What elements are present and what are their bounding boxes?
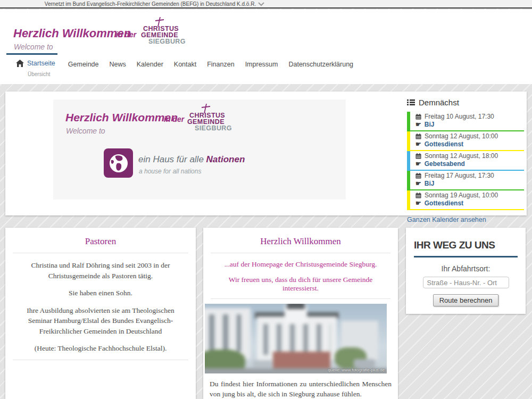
calendar-icon bbox=[415, 173, 421, 179]
cross-icon bbox=[154, 17, 165, 27]
welcome-panel: Herzlich Willkommen ...auf der Homepage … bbox=[203, 228, 398, 399]
banner-subtitle: Welcome to bbox=[66, 127, 105, 135]
event-date: Freitag 17 August, 17:30 bbox=[415, 172, 524, 180]
event-link[interactable]: ☛ Gebetsabend bbox=[415, 160, 524, 168]
nav-item-kalender[interactable]: Kalender bbox=[137, 60, 163, 68]
nav-item-finanzen[interactable]: Finanzen bbox=[207, 60, 234, 68]
calendar-icon bbox=[415, 134, 421, 139]
calendar-icon bbox=[415, 193, 421, 198]
departure-label: Ihr Abfahrtsort: bbox=[406, 264, 526, 273]
calendar-icon bbox=[415, 153, 421, 159]
main-nav: Startseite Übersicht Gemeinde News Kalen… bbox=[0, 53, 532, 84]
calculate-route-button[interactable]: Route berechnen bbox=[433, 294, 499, 306]
photo-art bbox=[205, 304, 387, 373]
event-name-text: Gottesdienst bbox=[425, 200, 463, 207]
event-date-text: Sonntag 19 August, 10:00 bbox=[425, 192, 498, 200]
globe-logo bbox=[104, 148, 133, 178]
cross-icon bbox=[200, 104, 212, 113]
hand-pointer-icon: ☛ bbox=[415, 121, 421, 129]
event-link[interactable]: ☛ Gottesdienst bbox=[415, 200, 524, 207]
globe-icon bbox=[108, 153, 129, 174]
event-date-text: Sonntag 12 August, 18:00 bbox=[425, 152, 498, 160]
hero-panel: Herzlich Willkommen in der CHRISTUS GEME… bbox=[5, 92, 527, 215]
hand-pointer-icon: ☛ bbox=[415, 160, 421, 168]
event-row: Sonntag 19 August, 10:00 ☛ Gottesdienst bbox=[407, 190, 524, 210]
active-nav-indicator bbox=[6, 53, 57, 55]
events-list: Freitag 10 August, 17:30 ☛ BiJ Sonntag 1… bbox=[407, 112, 524, 210]
event-date-text: Freitag 17 August, 17:30 bbox=[425, 172, 494, 180]
hand-pointer-icon: ☛ bbox=[415, 140, 421, 148]
logo-line-siegburg: SIEGBURG bbox=[195, 125, 237, 131]
event-name-text: Gottesdienst bbox=[425, 140, 463, 148]
pastoren-paragraph: Christina und Ralf Döhring sind seit 200… bbox=[14, 260, 187, 281]
event-date-text: Sonntag 12 August, 10:00 bbox=[425, 132, 498, 140]
logo-line-siegburg: SIEGBURG bbox=[148, 38, 190, 45]
nav-subitem-uebersicht[interactable]: Übersicht bbox=[28, 71, 55, 77]
event-row: Freitag 17 August, 17:30 ☛ BiJ bbox=[407, 171, 524, 190]
pastoren-title: Pastoren bbox=[5, 228, 196, 247]
divider bbox=[13, 253, 188, 253]
banner-church-logo: CHRISTUS GEMEINDE SIEGBURG bbox=[186, 104, 237, 131]
site-title: Herzlich Willkommen bbox=[13, 27, 131, 40]
photo-credit: quelle: www.fotografie-plus.de bbox=[328, 368, 385, 372]
event-row: Sonntag 12 August, 10:00 ☛ Gottesdienst bbox=[407, 131, 524, 151]
banner-title-suffix: in der bbox=[164, 115, 184, 123]
event-row: Sonntag 12 August, 18:00 ☛ Gebetsabend bbox=[407, 151, 524, 171]
event-name-text: BiJ bbox=[425, 121, 435, 129]
event-link[interactable]: ☛ BiJ bbox=[415, 121, 524, 129]
event-row: Freitag 10 August, 17:30 ☛ BiJ bbox=[407, 112, 524, 131]
nav-item-datenschutz[interactable]: Datenschutzerklärung bbox=[288, 60, 353, 68]
event-name-text: BiJ bbox=[425, 180, 435, 188]
welcome-paragraph: Du findest hier Informationen zu untersc… bbox=[210, 379, 392, 399]
event-date: Freitag 10 August, 17:30 bbox=[415, 113, 524, 121]
event-date-text: Freitag 10 August, 17:30 bbox=[425, 113, 494, 121]
site-subtitle: Welcome to bbox=[14, 43, 53, 51]
full-calendar-link[interactable]: Ganzen Kalender ansehen bbox=[407, 216, 524, 223]
banner-slogan-de: ein Haus für alle Nationen bbox=[138, 154, 245, 165]
divider bbox=[211, 298, 390, 299]
banner-slogan-en: a house for all nations bbox=[139, 168, 201, 175]
network-notice-bar: Vernetzt im Bund Evangelisch-Freikirchli… bbox=[0, 0, 532, 9]
welcome-title: Herzlich Willkommen bbox=[203, 228, 398, 247]
hand-pointer-icon: ☛ bbox=[415, 180, 421, 188]
home-icon bbox=[16, 60, 24, 67]
pastoren-paragraph: Ihre Ausbildung absolvierten sie am Theo… bbox=[14, 305, 187, 337]
network-notice-text: Vernetzt im Bund Evangelisch-Freikirchli… bbox=[0, 1, 301, 7]
route-panel: IHR WEG ZU UNS Ihr Abfahrtsort: Route be… bbox=[406, 228, 526, 314]
hero-banner: Herzlich Willkommen in der CHRISTUS GEME… bbox=[53, 99, 346, 200]
nav-item-news[interactable]: News bbox=[110, 60, 126, 68]
departure-input[interactable] bbox=[423, 277, 509, 288]
welcome-intro: ...auf der Homepage der Christusgemeinde… bbox=[211, 260, 390, 269]
events-title: Demnächst bbox=[419, 98, 459, 107]
event-date: Sonntag 12 August, 10:00 bbox=[415, 132, 524, 140]
church-building-photo: quelle: www.fotografie-plus.de bbox=[205, 304, 387, 373]
pastoren-paragraph: (Heute: Theologische Fachhochschule Elst… bbox=[14, 343, 187, 354]
banner-title: Herzlich Willkommen bbox=[65, 111, 178, 124]
nav-item-startseite-wrap: Startseite Übersicht bbox=[16, 60, 55, 77]
nav-item-label: Startseite bbox=[27, 60, 55, 67]
event-date: Sonntag 12 August, 18:00 bbox=[415, 152, 524, 160]
hand-pointer-icon: ☛ bbox=[415, 200, 421, 207]
church-logo: CHRISTUS GEMEINDE SIEGBURG bbox=[140, 17, 190, 45]
event-link[interactable]: ☛ BiJ bbox=[415, 180, 524, 188]
event-name-text: Gebetsabend bbox=[425, 160, 465, 168]
divider bbox=[13, 360, 188, 360]
event-link[interactable]: ☛ Gottesdienst bbox=[415, 140, 524, 148]
nav-item-gemeinde[interactable]: Gemeinde bbox=[68, 60, 99, 68]
slogan-prefix: ein Haus für alle bbox=[138, 154, 206, 164]
chevron-down-icon[interactable] bbox=[257, 1, 265, 7]
nav-item-impressum[interactable]: Impressum bbox=[245, 60, 278, 68]
calendar-icon bbox=[415, 114, 421, 120]
welcome-intro: Wir freuen uns, dass du dich für unsere … bbox=[211, 276, 390, 293]
nav-item-startseite[interactable]: Startseite bbox=[16, 60, 55, 67]
event-date: Sonntag 19 August, 10:00 bbox=[415, 192, 524, 200]
divider bbox=[211, 253, 390, 253]
route-title: IHR WEG ZU UNS bbox=[414, 239, 526, 251]
pastoren-paragraph: Sie haben einen Sohn. bbox=[14, 288, 187, 298]
site-header: Herzlich Willkommen in der CHRISTUS GEME… bbox=[0, 10, 532, 53]
nav-item-kontakt[interactable]: Kontakt bbox=[174, 60, 196, 68]
upcoming-events-panel: Demnächst Freitag 10 August, 17:30 ☛ BiJ… bbox=[407, 98, 524, 223]
site-title-suffix: in der bbox=[116, 30, 136, 39]
pastoren-panel: Pastoren Christina und Ralf Döhring sind… bbox=[5, 228, 196, 399]
slogan-highlight: Nationen bbox=[206, 154, 245, 164]
